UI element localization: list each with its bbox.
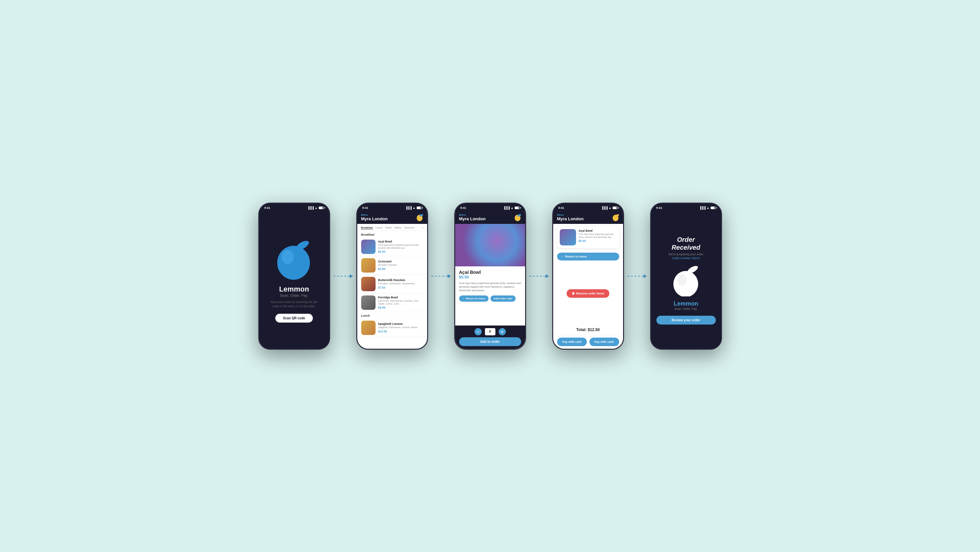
list-item[interactable]: Porridge Bowl Açaí Puree, Açaí Berries, …: [357, 294, 427, 312]
arrow-head-4: [644, 274, 647, 278]
return-to-menu-button-3[interactable]: ← Return to menu: [459, 295, 488, 302]
review-order-button[interactable]: Review your order: [656, 316, 716, 324]
quantity-increase-button[interactable]: +: [499, 328, 506, 335]
tab-sides[interactable]: Sides: [385, 226, 392, 229]
status-icons-3: ▐▐▐ ▲: [503, 206, 520, 209]
signal-icon-3: ▐▐▐: [503, 206, 509, 209]
acai-bowl-name: Açaí Bowl: [378, 240, 423, 243]
phone-cart: 9:41 ▐▐▐ ▲ Menu Myra London: [552, 203, 624, 350]
menu-screen: Menu Myra London Breakfast Lunch Sides M…: [357, 211, 427, 349]
pancake-name: Buttermilk Panckes: [378, 278, 423, 282]
add-to-order-button[interactable]: Add to order: [459, 337, 521, 346]
lemon-logo-large: [275, 237, 314, 280]
detail-screen: Menu Myra London Açaí Bowl $5.50 Pure Aç…: [455, 211, 525, 349]
quantity-decrease-button[interactable]: −: [474, 328, 482, 335]
dashed-arrow-3: [529, 274, 549, 278]
battery-icon-3: [515, 207, 520, 209]
porridge-info: Porridge Bowl Açaí Puree, Açaí Berries, …: [378, 296, 423, 309]
arrow-head-2: [448, 274, 451, 278]
detail-item-name: Açaí Bowl: [459, 270, 521, 275]
remove-order-button[interactable]: 🗑 Remove order items: [566, 289, 610, 298]
welcome-tagline: Scan. Order. Pay.: [280, 294, 308, 297]
battery-icon-4: [612, 207, 618, 209]
signal-icon-4: ▐▐▐: [601, 206, 608, 209]
pancake-desc: Pancakes, blueberries, strawberries,...: [378, 282, 423, 285]
porridge-name: Porridge Bowl: [378, 296, 423, 299]
list-item[interactable]: Croissant All butter croissant $2.99: [357, 256, 427, 275]
cart-item-card: Açaí Bowl Pure Açaí berry superfood gran…: [557, 227, 619, 248]
battery-icon-2: [417, 207, 422, 209]
notch-3: [479, 204, 501, 210]
detail-header-left: Menu Myra London: [459, 214, 486, 221]
time-5: 9:41: [656, 206, 662, 209]
list-item[interactable]: Açaí Bowl Pure Açaí berry superfood gran…: [357, 238, 427, 256]
return-to-menu-button-4[interactable]: ← Return to menu: [557, 253, 619, 260]
return-to-menu-label-4: Return to menu: [565, 255, 587, 258]
status-icons-1: ▐▐▐ ▲: [307, 206, 324, 209]
time-1: 9:41: [264, 206, 270, 209]
menu-label-2: Menu: [361, 214, 388, 216]
cart-header: Menu Myra London: [553, 211, 623, 224]
dashed-line-3: [529, 276, 546, 276]
pay-with-cash-button[interactable]: Pay with cash: [589, 338, 619, 346]
acai-bowl-img: [361, 239, 375, 254]
notch-4: [577, 204, 600, 210]
signal-icon-5: ▐▐▐: [699, 206, 705, 209]
quantity-row: − 0 +: [459, 328, 521, 335]
scan-qr-button[interactable]: Scan QR code: [275, 314, 313, 322]
order-tagline: Scan. Order. Pay.: [675, 307, 697, 311]
tab-lunch[interactable]: Lunch: [375, 226, 383, 229]
cart-actions-area: 🗑 Remove order items: [553, 262, 623, 325]
tab-desserts[interactable]: Desserts: [404, 226, 414, 229]
pancake-img: [361, 277, 375, 291]
detail-header-row: Menu Myra London: [459, 214, 521, 221]
spaghetti-name: Spaghetti Limone: [378, 322, 423, 325]
section-lunch: Lunch: [357, 312, 427, 319]
lemon-logo-order: [671, 264, 701, 297]
tabs-row: Breakfast Lunch Sides Mains Desserts ›: [357, 224, 427, 231]
restaurant-name-2: Myra London: [361, 216, 388, 221]
porridge-desc: Açaí Puree, Açaí Berries, Granola, Chia …: [378, 299, 423, 305]
croissant-info: Croissant All butter croissant $2.99: [378, 260, 423, 270]
arrow-head-1: [350, 274, 353, 278]
add-order-note-button[interactable]: Add order note: [490, 295, 515, 302]
pancake-price: $7.50: [378, 286, 423, 289]
acai-bowl-info: Açaí Bowl Pure Açaí berry superfood gran…: [378, 240, 423, 253]
cart-item-desc: Pure Açaí berry superfood granola (chia,…: [579, 233, 617, 239]
wifi-icon-4: ▲: [609, 206, 612, 209]
order-preparing-text: We're preparing your order: [668, 253, 703, 256]
signal-icon: ▐▐▐: [307, 206, 313, 209]
battery-icon: [319, 207, 324, 209]
pancake-info: Buttermilk Panckes Pancakes, blueberries…: [378, 278, 423, 289]
status-icons-2: ▐▐▐ ▲: [405, 206, 422, 209]
list-item[interactable]: Buttermilk Panckes Pancakes, blueberries…: [357, 275, 427, 294]
porridge-price: $6.99: [378, 306, 423, 309]
battery-icon-5: [711, 207, 716, 209]
cart-bottom: Pay with card Pay with cash: [553, 335, 623, 349]
detail-header: Menu Myra London: [455, 211, 525, 224]
cart-item-image: [560, 229, 576, 246]
detail-content: Açaí Bowl $5.50 Pure Açaí berry superfoo…: [455, 266, 525, 325]
list-item[interactable]: Spaghetti Limone Spaghetti, Parmesean, L…: [357, 319, 427, 337]
quantity-display: 0: [485, 328, 495, 335]
menu-items-list: Breakfast Açaí Bowl Pure Açaí berry supe…: [357, 231, 427, 349]
arrow-head-3: [546, 274, 549, 278]
phone-welcome: 9:41 ▐▐▐ ▲ Lemmon Scan. Order. Pay. St: [258, 203, 330, 350]
trash-icon: 🗑: [572, 292, 575, 295]
menu-label-4: Menu: [557, 214, 584, 216]
order-brand: Lemmon: [674, 300, 698, 307]
svg-point-2: [282, 250, 294, 264]
croissant-img: [361, 258, 375, 273]
tab-breakfast[interactable]: Breakfast: [361, 226, 373, 229]
detail-bottom: − 0 + Add to order: [455, 325, 525, 349]
tab-mains[interactable]: Mains: [395, 226, 401, 229]
croissant-name: Croissant: [378, 260, 423, 263]
lemon-icon-header-4: [612, 214, 619, 221]
restaurant-name-3: Myra London: [459, 216, 486, 221]
pay-with-card-button[interactable]: Pay with card: [557, 338, 587, 346]
phone-item-detail: 9:41 ▐▐▐ ▲ Menu Myra London: [454, 203, 526, 350]
spaghetti-price: $12.50: [378, 330, 423, 333]
food-image-inner: [455, 224, 525, 266]
phone-menu: 9:41 ▐▐▐ ▲ Menu Myra London: [356, 203, 428, 350]
order-number: Order number #S023: [672, 257, 700, 260]
